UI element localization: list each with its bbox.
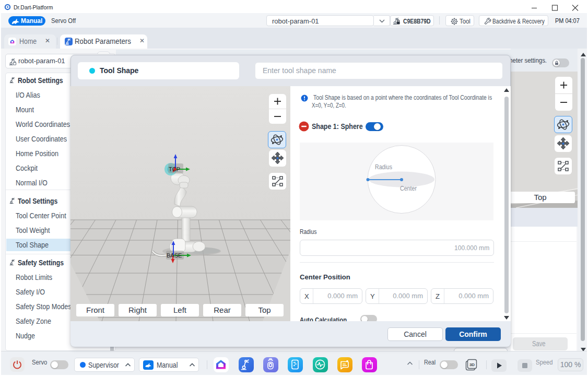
svg-text:Radius: Radius: [375, 163, 392, 171]
svg-text:BASE: BASE: [167, 252, 182, 258]
svg-text:Center: Center: [400, 184, 417, 192]
svg-text:TCP: TCP: [169, 166, 180, 172]
svg-text:3D: 3D: [469, 362, 475, 367]
